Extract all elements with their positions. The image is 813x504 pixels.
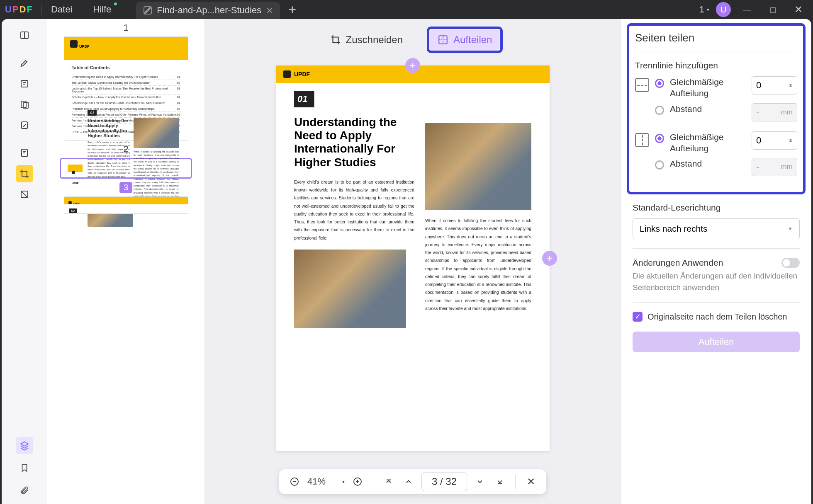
apply-changes-label: Änderungen Anwenden [633,258,723,268]
organize-tool[interactable] [16,96,33,113]
user-avatar[interactable]: U [716,2,731,17]
next-page-button[interactable] [473,475,487,489]
left-toolbar [2,19,47,504]
panel-title: Seiten teilen [635,32,797,44]
last-page-button[interactable] [493,475,507,489]
vertical-icon [635,133,649,147]
crop-mode-button[interactable]: Zuschneiden [323,30,410,50]
maximize-button[interactable]: ▢ [763,3,782,16]
redact-tool[interactable] [16,186,33,203]
crop-split-tool[interactable] [16,165,33,182]
split-mode-button[interactable]: Aufteilen [430,30,499,50]
thumbnail-panel: 1 UPDF Table of Contents Understanding t… [47,19,205,504]
zoom-out-button[interactable] [287,475,302,489]
doc-disabled-icon [144,6,152,15]
zoom-nav-bar: 41%▾ 3 / 32 ✕ [279,469,546,494]
split-panel: Seiten teilen Trennlinie hinzufügen Glei… [621,19,811,504]
h-even-radio[interactable] [655,79,664,88]
highlight-tool[interactable] [16,54,33,72]
stamp-tool[interactable] [16,116,33,134]
page-preview[interactable]: + + UPDF 01 Understanding the Need to Ap… [276,65,550,451]
split-icon [438,34,448,45]
h-spacing-input: -mm [752,103,797,121]
split-button[interactable]: Aufteilen [633,332,800,352]
v-even-radio[interactable] [655,134,664,143]
zoom-select[interactable]: 41%▾ [307,476,345,487]
menu-help[interactable]: Hilfe [93,4,111,15]
bookmark-button[interactable] [16,459,33,477]
v-even-input[interactable]: 0▲▼ [752,131,797,150]
zoom-in-button[interactable] [351,475,365,489]
apply-changes-desc: Die aktuellen Änderungen auf den individ… [633,270,800,293]
add-vertical-divider[interactable]: + [542,251,557,266]
apply-changes-toggle[interactable] [781,258,800,268]
thumb-number-1: 1 [60,22,192,33]
reading-dir-select[interactable]: Links nach rechts▼ [633,218,800,239]
close-window-button[interactable]: ✕ [789,3,808,16]
prev-page-button[interactable] [402,475,416,489]
titlebar: UPDF Datei Hilfe Find-and-Ap...her-Studi… [0,0,813,19]
add-divider-label: Trennlinie hinzufügen [635,61,797,70]
reading-dir-label: Standard-Leserichtung [633,203,800,213]
thumbnail-2[interactable]: UPDF 01 Understanding the Need to Apply … [60,158,192,179]
edit-tool[interactable] [16,75,33,92]
minimize-button[interactable]: — [738,3,757,16]
first-page-button[interactable] [382,475,396,489]
menu-file[interactable]: Datei [51,4,72,15]
layers-button[interactable] [16,437,33,454]
close-bar-button[interactable]: ✕ [524,475,538,489]
main-viewport: Zuschneiden Aufteilen + + UPDF 01 Unders… [205,19,621,504]
extract-tool[interactable] [16,144,33,162]
h-even-input[interactable]: 0▲▼ [752,76,797,94]
split-highlight: Aufteilen [427,27,503,53]
horizontal-icon [635,78,649,92]
thumbnail-3[interactable]: UPDF 02 [64,196,188,214]
attachment-button[interactable] [16,482,33,499]
close-tab-icon[interactable]: × [266,5,273,16]
v-spacing-radio[interactable] [655,160,664,170]
delete-original-checkbox[interactable]: ✓ [633,312,643,322]
add-horizontal-divider[interactable]: + [405,58,420,73]
tab-count[interactable]: 1 ▾ [699,4,709,15]
app-logo: UPDF [5,4,32,15]
new-tab-button[interactable]: + [288,2,296,17]
reader-tool[interactable] [16,27,33,44]
page-input[interactable]: 3 / 32 [421,472,467,491]
crop-icon [330,34,341,45]
document-tab[interactable]: Find-and-Ap...her-Studies × [136,2,280,19]
v-spacing-input: -mm [752,158,797,176]
h-spacing-radio[interactable] [655,106,664,115]
